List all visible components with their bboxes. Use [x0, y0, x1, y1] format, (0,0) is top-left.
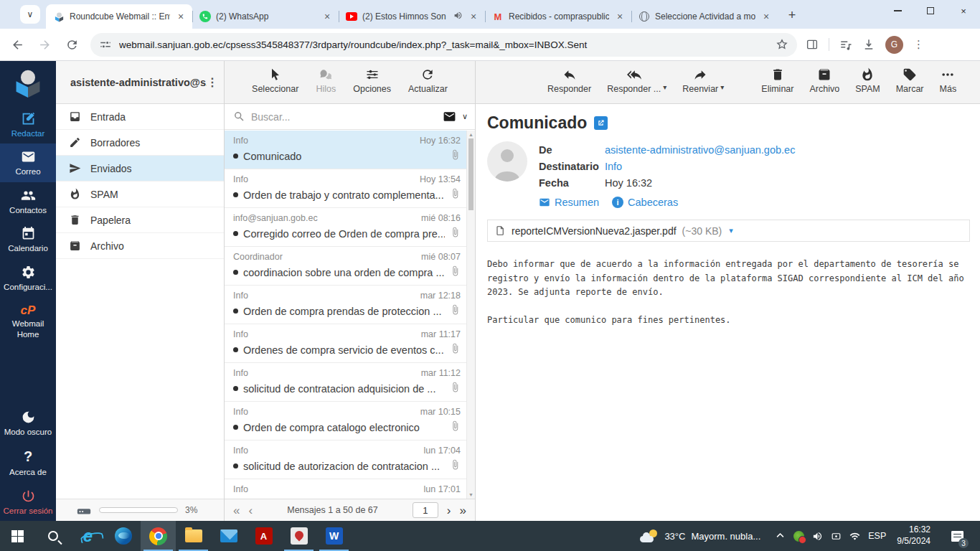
message-row[interactable]: Infolun 17:01	[225, 479, 466, 499]
reply-all-button[interactable]: Responder ...	[607, 67, 661, 94]
action-center-button[interactable]: 3	[941, 521, 973, 551]
tab-close-icon[interactable]: ×	[468, 11, 479, 22]
search-input[interactable]	[251, 111, 437, 123]
sidebar-item-settings[interactable]: Configuraci...	[0, 259, 56, 297]
tab-search-button[interactable]: ∨	[20, 5, 40, 24]
taskbar-mail[interactable]	[211, 521, 246, 551]
url-text[interactable]: webmail.sanjuan.gob.ec/cpsess3545848377/…	[119, 39, 768, 50]
forward-icon[interactable]	[34, 34, 55, 55]
open-in-new-window-icon[interactable]	[594, 116, 608, 130]
address-bar[interactable]: webmail.sanjuan.gob.ec/cpsess3545848377/…	[90, 33, 797, 57]
message-row[interactable]: Infomar 11:12 solicitud de contratacion …	[225, 363, 466, 402]
headers-link[interactable]: i Cabeceras	[612, 197, 678, 208]
folder-archive[interactable]: Archivo	[56, 233, 224, 259]
refresh-button[interactable]: Actualizar	[408, 67, 448, 103]
sidebar-item-contacts[interactable]: Contactos	[0, 182, 56, 220]
taskbar-clock[interactable]: 16:32 9/5/2024	[894, 524, 933, 547]
options-button[interactable]: Opciones	[353, 67, 391, 103]
downloads-icon[interactable]	[862, 38, 875, 51]
forward-button[interactable]: Reenviar	[682, 67, 718, 94]
next-page-icon[interactable]: ›	[447, 504, 451, 517]
scroll-up-icon[interactable]: ▲	[467, 132, 475, 137]
tab-actividad[interactable]: Seleccione Actividad a modi ×	[631, 4, 778, 29]
folder-menu-icon[interactable]: ⋮	[207, 75, 218, 89]
tab-close-icon[interactable]: ×	[321, 11, 333, 22]
taskbar-search-button[interactable]	[35, 521, 70, 551]
folder-inbox[interactable]: Entrada	[56, 104, 224, 130]
tab-close-icon[interactable]: ×	[614, 11, 626, 22]
volume-icon[interactable]	[812, 531, 823, 542]
message-row[interactable]: info@sanjuan.gob.ecmié 08:16 Corregido c…	[225, 208, 466, 247]
mark-button[interactable]: Marcar	[896, 67, 924, 103]
from-address-link[interactable]: asistente-administrativo@sanjuan.gob.ec	[605, 144, 795, 156]
threads-button[interactable]: Hilos	[316, 67, 336, 103]
folder-sent[interactable]: Enviados	[56, 156, 224, 182]
wifi-icon[interactable]	[849, 531, 860, 542]
reply-all-caret-icon[interactable]: ▾	[663, 83, 666, 91]
forward-caret-icon[interactable]: ▾	[720, 83, 724, 91]
message-row[interactable]: Coordinadormié 08:07 coordinacion sobre …	[225, 247, 466, 286]
side-panel-icon[interactable]	[806, 38, 819, 51]
minimize-button[interactable]	[881, 0, 914, 22]
taskbar-ie[interactable]: e	[70, 521, 105, 551]
maximize-button[interactable]	[914, 0, 947, 22]
last-page-icon[interactable]: »	[460, 504, 466, 517]
message-row[interactable]: Infomar 11:17 Ordenes de compra servicio…	[225, 324, 466, 363]
scrollbar-thumb[interactable]	[468, 138, 473, 210]
bookmark-star-icon[interactable]	[776, 38, 788, 51]
attachment-name[interactable]: reporteICMVersionNueva2.jasper.pdf	[512, 225, 677, 237]
page-number-input[interactable]: 1	[413, 502, 438, 518]
taskbar-edge[interactable]	[105, 521, 141, 551]
search-scope-mail-icon[interactable]	[443, 110, 456, 123]
close-window-button[interactable]: ×	[947, 0, 980, 22]
attachment-menu-caret-icon[interactable]: ▾	[729, 226, 733, 235]
spam-button[interactable]: SPAM	[855, 67, 880, 103]
more-button[interactable]: Más	[940, 67, 957, 103]
folder-spam[interactable]: SPAM	[56, 182, 224, 207]
back-icon[interactable]	[7, 34, 27, 55]
delete-button[interactable]: Eliminar	[761, 67, 793, 103]
tab-gmail[interactable]: M Recibidos - compraspublicas ×	[485, 4, 631, 29]
reply-button[interactable]: Responder	[547, 67, 591, 103]
tray-expand-chevron-icon[interactable]	[775, 530, 786, 542]
to-address-link[interactable]: Info	[605, 161, 622, 172]
media-controls-icon[interactable]	[839, 38, 852, 51]
select-button[interactable]: Seleccionar	[252, 67, 298, 103]
message-row[interactable]: Infolun 17:04 solicitud de autorizacion …	[225, 441, 466, 479]
start-button[interactable]	[0, 521, 35, 551]
sidebar-item-compose[interactable]: Redactar	[0, 105, 56, 143]
message-row[interactable]: InfoHoy 13:54 Orden de trabajo y contrat…	[225, 169, 466, 208]
message-row[interactable]: InfoHoy 16:32 Comunicado	[225, 131, 466, 169]
folder-drafts[interactable]: Borradores	[56, 130, 224, 156]
reload-icon[interactable]	[62, 34, 82, 55]
browser-menu-icon[interactable]: ⋮	[913, 38, 924, 51]
sidebar-item-dark-mode[interactable]: Modo oscuro	[0, 404, 56, 442]
sidebar-item-mail[interactable]: Correo	[0, 143, 56, 182]
language-indicator[interactable]: ESP	[868, 531, 886, 541]
taskbar-file-explorer[interactable]	[176, 521, 211, 551]
site-info-icon[interactable]	[99, 38, 112, 51]
tab-close-icon[interactable]: ×	[175, 11, 187, 22]
scroll-down-icon[interactable]: ▼	[467, 492, 475, 497]
weather-widget[interactable]: 33°C Mayorm. nubla...	[633, 529, 768, 542]
sidebar-item-logout[interactable]: Cerrar sesión	[0, 483, 56, 521]
taskbar-acrobat[interactable]: A	[246, 521, 281, 551]
sidebar-item-calendar[interactable]: Calendario	[0, 220, 56, 258]
folder-trash[interactable]: Papelera	[56, 207, 224, 233]
sidebar-item-webmail-home[interactable]: cP Webmail Home	[0, 297, 56, 344]
message-row[interactable]: Infomar 10:15 Orden de compra catalogo e…	[225, 402, 466, 441]
archive-button[interactable]: Archivo	[809, 67, 839, 103]
tab-roundcube[interactable]: Roundcube Webmail :: Envia ×	[46, 4, 192, 29]
list-scrollbar[interactable]: ▲ ▼	[466, 131, 475, 499]
taskbar-chrome[interactable]	[141, 521, 176, 551]
first-page-icon[interactable]: «	[233, 504, 240, 517]
tab-audio-icon[interactable]	[453, 11, 463, 22]
tab-whatsapp[interactable]: (2) WhatsApp ×	[192, 4, 339, 29]
taskbar-word[interactable]: W	[316, 521, 352, 551]
message-row[interactable]: Infomar 12:18 Orden de compra prendas de…	[225, 286, 466, 324]
tab-close-icon[interactable]: ×	[760, 11, 772, 22]
new-tab-button[interactable]: +	[782, 5, 802, 25]
profile-avatar[interactable]: G	[885, 36, 903, 54]
antivirus-tray-icon[interactable]	[793, 531, 804, 542]
tab-youtube[interactable]: (2) Estos Himnos Son Co ×	[339, 4, 485, 29]
